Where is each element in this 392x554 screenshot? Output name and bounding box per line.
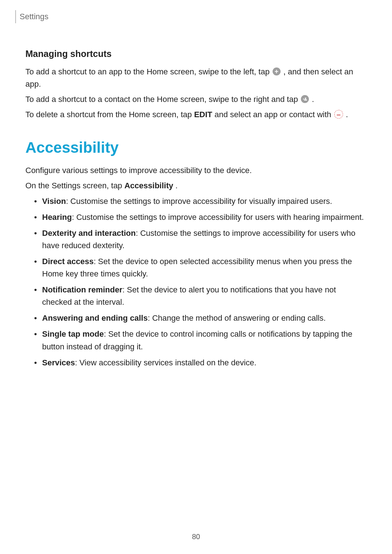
list-item: Services: View accessibility services in… bbox=[36, 357, 367, 369]
text-segment: and select an app or contact with bbox=[215, 110, 334, 119]
bullet-label: Hearing bbox=[42, 213, 72, 222]
bullet-label: Dexterity and interaction bbox=[42, 229, 136, 238]
page-number: 80 bbox=[0, 533, 392, 541]
accessibility-label: Accessibility bbox=[124, 181, 173, 190]
bullet-text: : View accessibility services installed … bbox=[75, 358, 257, 367]
bullet-label: Single tap mode bbox=[42, 329, 104, 338]
list-item: Vision: Customise the settings to improv… bbox=[36, 195, 367, 208]
list-item: Hearing: Customise the settings to impro… bbox=[36, 211, 367, 223]
para-add-contact-shortcut: To add a shortcut to a contact on the Ho… bbox=[25, 93, 367, 106]
plus-icon: + bbox=[273, 67, 281, 75]
list-item: Notification reminder: Set the device to… bbox=[36, 284, 367, 308]
intro-para: Configure various settings to improve ac… bbox=[25, 164, 367, 177]
bullet-text: : Customise the settings to improve acce… bbox=[66, 197, 332, 206]
add-contact-icon bbox=[301, 95, 309, 103]
bullet-label: Direct access bbox=[42, 257, 94, 266]
main-heading-accessibility: Accessibility bbox=[25, 139, 367, 156]
list-item: Dexterity and interaction: Customise the… bbox=[36, 227, 367, 252]
page-container: Settings Managing shortcuts To add a sho… bbox=[0, 0, 392, 554]
header-divider bbox=[15, 10, 16, 23]
list-item: Answering and ending calls: Change the m… bbox=[36, 312, 367, 324]
text-segment: . bbox=[175, 181, 177, 190]
text-segment: . bbox=[346, 110, 348, 119]
header-title: Settings bbox=[20, 12, 49, 21]
text-segment: . bbox=[312, 95, 314, 104]
bullet-label: Vision bbox=[42, 197, 66, 206]
sub-heading-managing-shortcuts: Managing shortcuts bbox=[25, 49, 367, 59]
para-add-app-shortcut: To add a shortcut to an app to the Home … bbox=[25, 66, 367, 90]
bullet-list: Vision: Customise the settings to improv… bbox=[25, 195, 367, 369]
text-segment: On the Settings screen, tap bbox=[25, 181, 124, 190]
bullet-label: Notification reminder bbox=[42, 285, 122, 294]
list-item: Direct access: Set the device to open se… bbox=[36, 255, 367, 280]
bullet-label: Answering and ending calls bbox=[42, 313, 148, 323]
text-segment: To delete a shortcut from the Home scree… bbox=[25, 110, 194, 119]
minus-icon: – bbox=[334, 110, 343, 119]
text-segment: To add a shortcut to an app to the Home … bbox=[25, 67, 272, 76]
bullet-text: : Change the method of answering or endi… bbox=[148, 313, 326, 323]
nav-para: On the Settings screen, tap Accessibilit… bbox=[25, 180, 367, 192]
list-item: Single tap mode: Set the device to contr… bbox=[36, 328, 367, 353]
edit-label: EDIT bbox=[194, 110, 212, 119]
page-header: Settings bbox=[25, 0, 367, 26]
bullet-label: Services bbox=[42, 358, 75, 367]
para-delete-shortcut: To delete a shortcut from the Home scree… bbox=[25, 108, 367, 121]
text-segment: To add a shortcut to a contact on the Ho… bbox=[25, 95, 300, 104]
bullet-text: : Customise the settings to improve acce… bbox=[72, 213, 364, 222]
